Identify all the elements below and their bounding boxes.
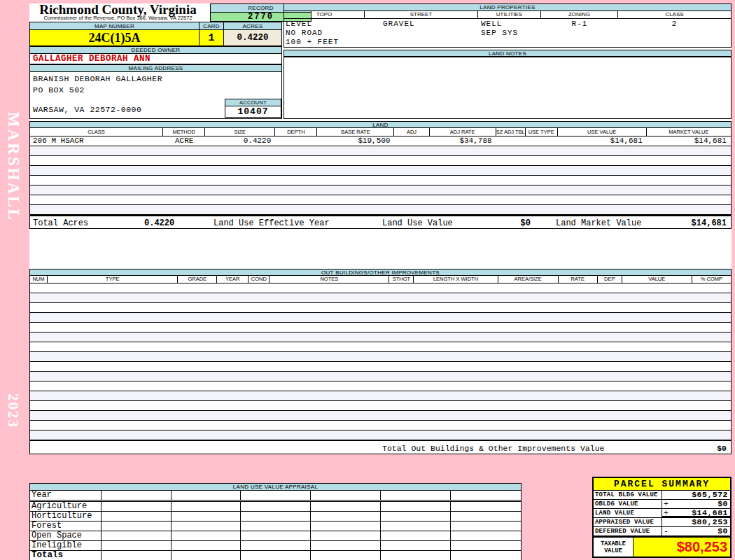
- address-line-2: PO BOX 502: [33, 85, 85, 94]
- land-col-use-type: USE TYPE: [526, 128, 558, 136]
- empty-cell: [311, 541, 381, 550]
- empty-cell: [102, 541, 172, 550]
- empty-cell: [241, 491, 311, 500]
- ob-col-comp: % COMP: [692, 276, 731, 283]
- empty-row: [30, 323, 731, 332]
- land-col-sz-adj-tbl: SZ ADJ TBL: [496, 128, 526, 136]
- ps-taxable-label: TAXABLE VALUE: [594, 538, 634, 556]
- col-class: CLASS: [618, 11, 731, 18]
- lua-row-year: Year: [30, 491, 521, 502]
- empty-cell: [102, 551, 172, 560]
- land-table: LAND CLASS METHOD SIZE DEPTH BASE RATE A…: [29, 121, 732, 229]
- watermark-year: 2023: [4, 393, 22, 428]
- empty-cell: [102, 491, 172, 500]
- empty-cell: [451, 541, 521, 550]
- empty-cell: [241, 502, 311, 511]
- land-properties-title: LAND PROPERTIES: [284, 4, 731, 11]
- lua-label-forest: Forest: [30, 522, 102, 531]
- topo-value-3: 100 + FEET: [286, 38, 365, 47]
- out-buildings-table: OUT BUILDINGS/OTHER IMPROVEMENTS NUM TYP…: [29, 269, 732, 454]
- land-col-use-value: USE VALUE: [558, 128, 647, 136]
- land-row-use-value: $14,681: [558, 136, 647, 146]
- empty-cell: [451, 491, 521, 500]
- land-row-sz-adj-tbl: [496, 136, 526, 146]
- empty-row: [30, 382, 731, 391]
- empty-cell: [381, 502, 451, 511]
- empty-row: [30, 401, 731, 411]
- ps-op-total-bldg: [662, 491, 664, 499]
- ps-amt-obldg: $0: [718, 500, 730, 508]
- map-number-section: MAP NUMBER 24C(1)5A CARD 1 ACRES 0.4220: [29, 22, 282, 46]
- empty-cell: [102, 512, 172, 521]
- out-buildings-header: NUM TYPE GRADE YEAR COND NOTES STHGT LEN…: [29, 276, 732, 284]
- empty-row: [30, 156, 731, 166]
- acres-value: 0.4220: [224, 30, 282, 46]
- zoning-value: R-1: [541, 19, 618, 47]
- mailing-address-label: MAILING ADDRESS: [29, 64, 282, 72]
- land-col-market-value: MARKET VALUE: [647, 128, 731, 136]
- land-col-base-rate: BASE RATE: [317, 128, 394, 136]
- ob-col-type: TYPE: [48, 276, 178, 283]
- col-zoning: ZONING: [541, 11, 618, 18]
- empty-row: [30, 391, 731, 401]
- ob-col-notes: NOTES: [270, 276, 389, 283]
- empty-cell: [102, 502, 172, 511]
- empty-cell: [241, 541, 311, 550]
- empty-cell: [451, 512, 521, 521]
- land-use-value-label: Land Use Value: [382, 218, 453, 228]
- empty-row: [30, 195, 731, 205]
- empty-cell: [241, 551, 311, 560]
- account-label: ACCOUNT: [225, 99, 281, 106]
- ps-value-deferred: - $0: [662, 527, 730, 536]
- ps-amt-appraised: $80,253: [692, 518, 730, 526]
- ps-value-total-bldg: $65,572: [662, 491, 730, 499]
- deeded-owner-label: DEEDED OWNER: [29, 46, 282, 54]
- empty-cell: [381, 491, 451, 500]
- account-value: 10407: [225, 106, 281, 117]
- card-value: 1: [200, 30, 224, 46]
- county-header: Richmond County, Virginia Commissioner o…: [29, 4, 206, 22]
- card-column: CARD 1: [200, 22, 224, 46]
- land-row-size: 0.4220: [205, 136, 275, 146]
- parcel-summary: PARCEL SUMMARY TOTAL BLDG VALUE $65,572 …: [592, 477, 732, 558]
- land-row-use-type: [526, 136, 558, 146]
- ps-taxable-label-line2: VALUE: [594, 547, 633, 554]
- land-use-effective-year-label: Land Use Effective Year: [214, 218, 330, 228]
- empty-cell: [102, 522, 172, 531]
- ps-taxable-label-line1: TAXABLE: [594, 540, 633, 547]
- ps-label-land-value: LAND VALUE: [594, 509, 662, 517]
- empty-row: [30, 176, 731, 186]
- ps-amt-total-bldg: $65,572: [692, 491, 730, 499]
- map-number-label: MAP NUMBER: [29, 22, 200, 30]
- empty-cell: [172, 522, 241, 531]
- empty-cell: [241, 531, 311, 540]
- empty-cell: [241, 512, 311, 521]
- ps-amt-deferred: $0: [718, 527, 730, 536]
- lua-row-open-space: Open Space: [30, 531, 521, 541]
- total-acres-label: Total Acres: [33, 218, 88, 228]
- land-use-value: $0: [492, 218, 531, 228]
- land-row-base-rate: $19,500: [317, 136, 394, 146]
- lua-label-open-space: Open Space: [30, 531, 102, 540]
- ps-op-deferred: -: [662, 527, 668, 536]
- utilities-value-1: WELL: [481, 20, 541, 29]
- out-buildings-total-row: Total Out Buildings & Other Improvements…: [29, 440, 732, 454]
- out-buildings-title: OUT BUILDINGS/OTHER IMPROVEMENTS: [29, 269, 732, 276]
- ob-col-year: YEAR: [217, 276, 248, 283]
- empty-cell: [451, 551, 521, 560]
- empty-row: [30, 166, 731, 176]
- col-street: STREET: [365, 11, 478, 18]
- empty-row: [30, 303, 731, 313]
- ps-row-appraised: APPRAISED VALUE $80,253: [594, 518, 730, 527]
- empty-cell: [102, 531, 172, 540]
- ps-taxable-row: TAXABLE VALUE $80,253: [594, 536, 730, 556]
- land-row-adj: [394, 136, 429, 146]
- ps-label-deferred: DEFERRED VALUE: [594, 527, 662, 536]
- ps-op-land-value: +: [662, 509, 668, 516]
- lua-label-year: Year: [30, 491, 102, 500]
- ob-col-dep: DEP: [598, 276, 622, 283]
- empty-row: [30, 146, 731, 156]
- ps-amt-land-value: $14,681: [692, 509, 730, 516]
- ps-row-deferred: DEFERRED VALUE - $0: [594, 527, 730, 536]
- empty-cell: [172, 531, 241, 540]
